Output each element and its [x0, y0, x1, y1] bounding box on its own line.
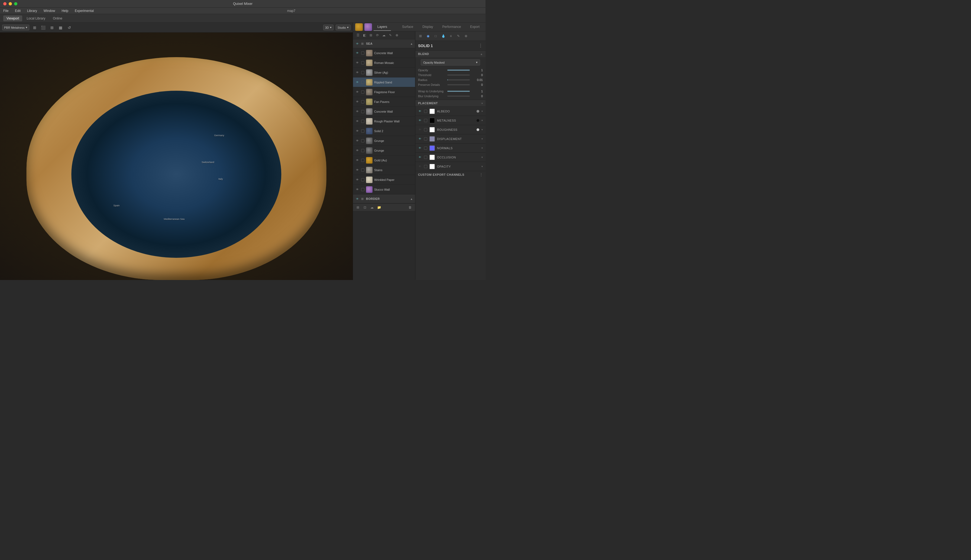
normals-checkbox[interactable]	[424, 147, 427, 150]
menu-edit[interactable]: Edit	[14, 8, 22, 13]
tab-layers[interactable]: Layers	[374, 23, 391, 31]
layer-check-stucco[interactable]	[361, 188, 364, 191]
occlusion-swatch[interactable]	[429, 155, 435, 160]
layer-vis-roman[interactable]: 👁	[355, 61, 360, 65]
opacity-slider[interactable]	[447, 70, 470, 71]
displacement-vis[interactable]: 👁	[418, 137, 422, 141]
layers-bottom-icon3[interactable]: ☁	[369, 205, 375, 210]
layer-icon3[interactable]: ⊞	[368, 32, 374, 38]
roughness-checkbox[interactable]	[424, 128, 427, 131]
menu-help[interactable]: Help	[60, 8, 69, 13]
albedo-swatch[interactable]	[429, 108, 435, 114]
prop-icon-layers[interactable]: ⊞	[417, 33, 424, 39]
layer-vis-solid2[interactable]: 👁	[355, 129, 360, 133]
occlusion-chevron[interactable]: ▾	[481, 156, 483, 159]
layer-icon6[interactable]: ✎	[388, 32, 393, 38]
layer-stains[interactable]: 👁 Stains	[353, 165, 415, 175]
pbr-mode-dropdown[interactable]: PBR Metalness ▾	[2, 25, 29, 30]
tab-export[interactable]: Export	[466, 23, 483, 31]
tab-viewport[interactable]: Viewport	[3, 15, 22, 22]
layer-concrete-wall-2[interactable]: 👁 Concrete Wall	[353, 107, 415, 117]
maximize-button[interactable]	[14, 2, 17, 5]
displacement-chevron[interactable]: ▾	[481, 137, 483, 140]
image-view-icon[interactable]: ⬛	[40, 24, 47, 31]
sea-vis-btn[interactable]: 👁	[355, 42, 360, 46]
menu-file[interactable]: File	[2, 8, 10, 13]
layer-vis-stains[interactable]: 👁	[355, 168, 360, 172]
layers-bottom-icon4[interactable]: 📁	[376, 205, 382, 210]
roughness-vis[interactable]: 👁	[418, 128, 422, 132]
layer-icon4[interactable]: ⟳	[375, 32, 380, 38]
layer-check-grunge2[interactable]	[361, 149, 364, 152]
prop-icon-brush[interactable]: ✎	[455, 33, 461, 39]
layer-icon1[interactable]: ☰	[355, 32, 360, 38]
albedo-vis[interactable]: 👁	[418, 109, 422, 113]
layer-check-flagstone[interactable]	[361, 90, 364, 94]
refresh-icon[interactable]: ↺	[66, 24, 73, 31]
metalness-checkbox[interactable]	[424, 119, 427, 122]
menu-library[interactable]: Library	[26, 8, 38, 13]
displacement-checkbox[interactable]	[424, 137, 427, 140]
layer-vis-fan[interactable]: 👁	[355, 100, 360, 104]
layer-vis-silver[interactable]: 👁	[355, 70, 360, 75]
prop-icon-drop[interactable]: 💧	[440, 33, 446, 39]
layer-vis-grunge1[interactable]: 👁	[355, 138, 360, 143]
layer-check-roman[interactable]	[361, 61, 364, 65]
layer-check-silver[interactable]	[361, 71, 364, 74]
viewport-content[interactable]: Spain Mediterranean Sea Italy Germany Sw…	[0, 32, 353, 280]
metalness-swatch[interactable]	[429, 118, 435, 123]
metalness-vis[interactable]: 👁	[418, 118, 422, 122]
layer-stucco[interactable]: 👁 Stucco Wall	[353, 185, 415, 195]
layer-rough-plaster[interactable]: 👁 Rough Plaster Wall	[353, 117, 415, 126]
layer-vis-gold[interactable]: 👁	[355, 158, 360, 162]
layer-vis-stucco[interactable]: 👁	[355, 187, 360, 192]
layer-roman-mosaic[interactable]: 👁 Roman Mosaic	[353, 58, 415, 68]
occlusion-checkbox[interactable]	[424, 156, 427, 159]
blur-slider[interactable]	[447, 96, 470, 97]
view-mode-dropdown[interactable]: 3D ▾	[323, 25, 334, 30]
displacement-swatch[interactable]	[429, 136, 435, 142]
layer-rippled-sand[interactable]: 👁 Rippled Sand	[353, 77, 415, 87]
blend-section-header[interactable]: BLEND ▲	[415, 51, 486, 57]
occlusion-vis[interactable]: 👁	[418, 155, 422, 159]
layer-check-wrinkled[interactable]	[361, 178, 364, 182]
normals-chevron[interactable]: ▾	[481, 147, 483, 150]
layer-check-gold[interactable]	[361, 159, 364, 162]
close-button[interactable]	[3, 2, 7, 5]
layer-check-fan[interactable]	[361, 100, 364, 103]
layer-vis-concrete2[interactable]: 👁	[355, 109, 360, 114]
albedo-checkbox[interactable]	[424, 110, 427, 113]
roughness-chevron[interactable]: ▾	[481, 128, 483, 131]
opacity-chevron[interactable]: ▾	[481, 165, 483, 168]
radius-slider[interactable]	[447, 79, 470, 80]
grid-large-icon[interactable]: ▦	[57, 24, 64, 31]
prop-icon-material[interactable]: ◉	[425, 33, 431, 39]
opacity-swatch[interactable]	[429, 164, 435, 169]
normals-vis[interactable]: 👁	[418, 146, 422, 150]
sea-group-header[interactable]: 👁 ⊞ SEA ▲	[353, 39, 415, 48]
layer-check-concrete1[interactable]	[361, 52, 364, 55]
prop-icon-layers2[interactable]: ⊕	[463, 33, 469, 39]
layer-vis-flagstone[interactable]: 👁	[355, 90, 360, 94]
layer-silver[interactable]: 👁 Silver (Ag)	[353, 68, 415, 77]
border-group-header[interactable]: 👁 ⊞ BORDER ▲	[353, 195, 415, 203]
layer-concrete-wall-1[interactable]: 👁 Concrete Wall	[353, 48, 415, 58]
opacity-checkbox[interactable]	[424, 165, 427, 168]
layer-vis-concrete1[interactable]: 👁	[355, 51, 360, 55]
lighting-dropdown[interactable]: Studio ▾	[336, 25, 350, 30]
layer-vis-rippled[interactable]: 👁	[355, 80, 360, 85]
custom-export-dots[interactable]: ⋮	[480, 173, 483, 177]
opacity-vis[interactable]: 👁	[418, 165, 422, 168]
threshold-slider[interactable]	[447, 75, 470, 75]
layers-bottom-trash[interactable]: 🗑	[407, 205, 413, 210]
solid-menu-icon[interactable]: ⋮	[479, 43, 483, 48]
layer-wrinkled[interactable]: 👁 Wrinkled Paper	[353, 175, 415, 185]
placement-header[interactable]: PLACEMENT ▾	[415, 100, 486, 107]
layer-check-rippled[interactable]	[361, 81, 364, 84]
layer-fan-pavers[interactable]: 👁 Fan Pavers	[353, 97, 415, 107]
layer-icon7[interactable]: ⊕	[394, 32, 400, 38]
tab-online[interactable]: Online	[50, 15, 65, 22]
metalness-chevron[interactable]: ▾	[481, 119, 483, 122]
layer-solid2[interactable]: 👁 Solid 2	[353, 126, 415, 136]
layer-vis-plaster[interactable]: 👁	[355, 119, 360, 123]
